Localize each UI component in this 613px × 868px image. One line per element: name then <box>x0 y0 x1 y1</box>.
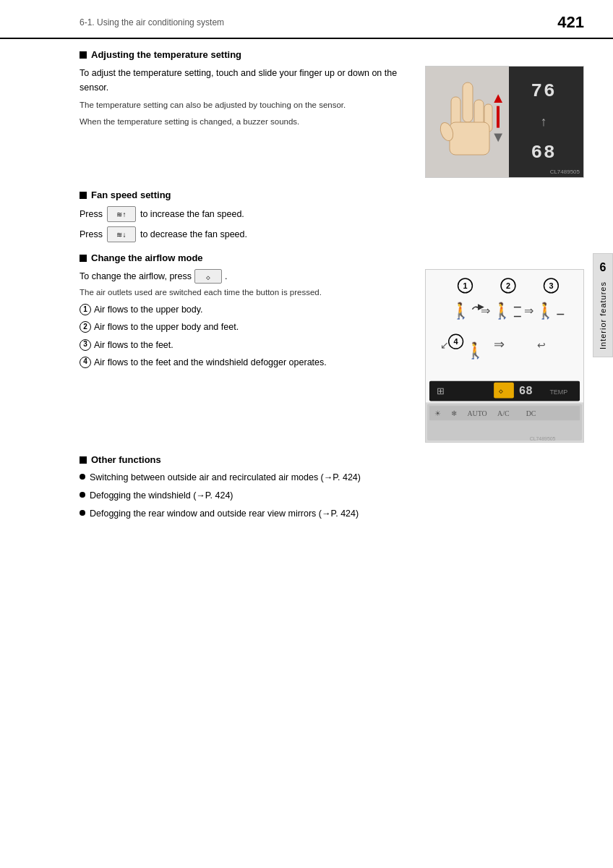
temp-arrow-up: ↑ <box>541 114 547 129</box>
svg-text:DC: DC <box>526 409 536 417</box>
bullet-circle-2 <box>80 492 85 498</box>
temperature-section: To adjust the temperature setting, touch… <box>80 66 584 178</box>
list-item: 4 Air flows to the feet and the windshie… <box>80 356 413 369</box>
fan-increase-row: Press ≋↑ to increase the fan speed. <box>80 206 584 222</box>
hand-svg <box>435 75 500 169</box>
other-section-header: Other functions <box>80 454 584 465</box>
bullet-circle-1 <box>80 474 85 480</box>
temp-arrows: ▲ ▼ <box>491 90 505 143</box>
temperature-section-header: Adjusting the temperature setting <box>80 49 584 60</box>
list-item: 2 Air flows to the upper body and feet. <box>80 320 413 333</box>
airflow-section: To change the airflow, press ⬦ . The air… <box>80 269 584 443</box>
svg-text:1: 1 <box>463 281 467 290</box>
airflow-intro-row: To change the airflow, press ⬦ . <box>80 269 413 284</box>
section-bullet-square <box>80 51 87 59</box>
airflow-section-header: Change the airflow mode <box>80 252 584 263</box>
svg-text:68: 68 <box>519 385 533 398</box>
svg-text:🚶: 🚶 <box>466 341 486 360</box>
temp-value-high: 76 <box>531 80 556 102</box>
other-section: Other functions Switching between outsid… <box>80 454 584 520</box>
other-bullet-square <box>80 456 87 464</box>
temp-note1: The temperature setting can also be adju… <box>80 99 413 111</box>
circle-num-3: 3 <box>80 339 91 351</box>
fan-press-label1: Press <box>80 209 103 219</box>
fan-down-icon: ≋↓ <box>116 231 126 239</box>
svg-text:⬦: ⬦ <box>498 386 504 396</box>
temperature-image: ▲ ▼ 76 ↑ 68 CL7489505 <box>425 66 584 178</box>
other-item-3: Defogging the rear window and outside re… <box>90 507 359 521</box>
fan-section: Press ≋↑ to increase the fan speed. Pres… <box>80 206 584 242</box>
airflow-item-4-text: Air flows to the feet and the windshield… <box>94 356 327 369</box>
other-title: Other functions <box>91 454 161 465</box>
airflow-mode-icon: ⬦ <box>205 271 211 282</box>
svg-text:⇒: ⇒ <box>481 305 490 317</box>
temp-display: ▲ ▼ 76 ↑ 68 CL7489505 <box>426 67 583 177</box>
fan-section-header: Fan speed setting <box>80 190 584 200</box>
svg-text:↙: ↙ <box>440 340 449 351</box>
header-title: 6-1. Using the air conditioning system <box>80 17 224 27</box>
svg-text:❄: ❄ <box>451 409 457 417</box>
tab-label: Interior features <box>599 281 607 349</box>
temp-value-low: 68 <box>531 142 556 163</box>
temp-numbers-panel: 76 ↑ 68 <box>504 67 583 177</box>
side-tab: 6 Interior features <box>593 253 613 357</box>
hand-area: ▲ ▼ <box>426 67 509 177</box>
airflow-item-2-text: Air flows to the upper body and feet. <box>94 320 239 333</box>
svg-text:⊞: ⊞ <box>437 386 445 396</box>
other-item-2: Defogging the windshield (→P. 424) <box>90 489 233 503</box>
down-arrow: ▼ <box>491 129 505 143</box>
airflow-items-list: 1 Air flows to the upper body. 2 Air flo… <box>80 303 413 369</box>
airflow-item-1-text: Air flows to the upper body. <box>94 303 203 316</box>
list-item: 3 Air flows to the feet. <box>80 339 413 352</box>
temperature-description: To adjust the temperature setting, touch… <box>80 66 413 178</box>
svg-text:🚶: 🚶 <box>492 302 513 321</box>
svg-text:CL7489505: CL7489505 <box>530 436 556 441</box>
page-header: 6-1. Using the air conditioning system 4… <box>0 0 613 39</box>
airflow-mode-button[interactable]: ⬦ <box>194 269 222 284</box>
fan-decrease-text: to decrease the fan speed. <box>140 229 247 239</box>
airflow-intro-period: . <box>225 271 227 281</box>
svg-text:TEMP: TEMP <box>549 388 567 396</box>
airflow-text-area: To change the airflow, press ⬦ . The air… <box>80 269 413 443</box>
svg-text:4: 4 <box>454 337 458 346</box>
temp-main-text: To adjust the temperature setting, touch… <box>80 66 413 95</box>
page: 6-1. Using the air conditioning system 4… <box>0 0 613 868</box>
list-item: Defogging the rear window and outside re… <box>80 507 584 521</box>
circle-num-4: 4 <box>80 357 91 368</box>
bullet-circle-3 <box>80 510 85 516</box>
airflow-note: The air outlets used are switched each t… <box>80 286 413 299</box>
airflow-diagram-image: 1 2 3 🚶 🚶 🚶 <box>425 269 584 443</box>
airflow-intro-text: To change the airflow, press <box>80 271 192 281</box>
svg-text:☀: ☀ <box>434 409 441 417</box>
svg-text:A/C: A/C <box>497 409 510 417</box>
fan-up-icon: ≋↑ <box>116 210 126 218</box>
airflow-svg: 1 2 3 🚶 🚶 🚶 <box>426 270 583 442</box>
svg-text:2: 2 <box>506 281 510 290</box>
page-number: 421 <box>557 13 584 32</box>
fan-decrease-row: Press ≋↓ to decrease the fan speed. <box>80 226 584 242</box>
arrow-bar <box>497 106 500 127</box>
fan-press-label2: Press <box>80 229 103 239</box>
svg-text:🚶: 🚶 <box>536 302 556 321</box>
svg-text:🚶: 🚶 <box>451 302 471 321</box>
fan-title: Fan speed setting <box>91 190 171 200</box>
svg-text:AUTO: AUTO <box>467 409 486 417</box>
svg-text:3: 3 <box>549 281 553 290</box>
svg-text:↩: ↩ <box>537 340 546 351</box>
up-arrow: ▲ <box>491 90 505 104</box>
fan-decrease-button[interactable]: ≋↓ <box>107 226 136 242</box>
list-item: Defogging the windshield (→P. 424) <box>80 489 584 503</box>
circle-num-1: 1 <box>80 304 91 315</box>
temp-note2: When the temperature setting is changed,… <box>80 116 413 128</box>
other-item-1: Switching between outside air and recirc… <box>90 471 361 485</box>
circle-num-2: 2 <box>80 321 91 333</box>
svg-rect-4 <box>450 122 489 155</box>
temp-watermark: CL7489505 <box>550 169 580 175</box>
svg-text:⇒: ⇒ <box>494 337 505 352</box>
tab-number: 6 <box>600 261 606 274</box>
temperature-title: Adjusting the temperature setting <box>91 49 241 60</box>
airflow-item-3-text: Air flows to the feet. <box>94 339 173 352</box>
svg-rect-0 <box>463 82 473 122</box>
fan-increase-button[interactable]: ≋↑ <box>107 206 136 222</box>
airflow-title: Change the airflow mode <box>91 252 203 263</box>
